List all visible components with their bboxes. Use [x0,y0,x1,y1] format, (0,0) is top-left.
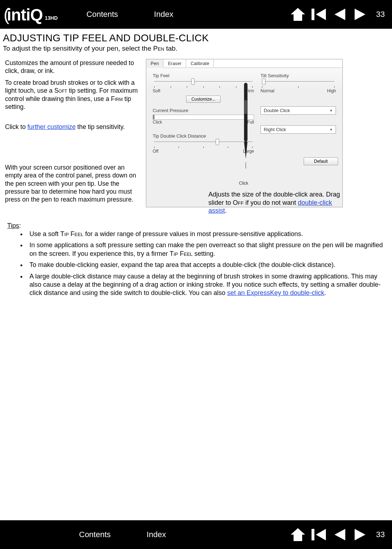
main-content: ADJUSTING TIP FEEL AND DOUBLE-CLICK To a… [0,29,392,297]
panel-tabs: Pen Eraser Calibrate [146,59,342,68]
nav-icons-footer: 33 [290,527,385,542]
product-logo: intiQ 13HD [4,5,58,24]
home-icon[interactable] [290,7,306,22]
tips-heading: Tips: [7,222,385,230]
default-button[interactable]: Default [304,157,338,165]
pen-settings-panel: Pen Eraser Calibrate Tip Feel Soft Firm [146,59,343,207]
desc-pressure-bar: With your screen cursor positioned over … [5,163,143,204]
chevron-down-icon: ▼ [329,109,333,112]
next-page-icon[interactable] [352,7,368,22]
svg-rect-1 [312,9,314,20]
desc-pressure-amount: Customizes the amount of pressure needed… [5,59,143,75]
customize-button[interactable]: Customize... [186,96,221,103]
svg-marker-6 [244,142,248,159]
tilt-high: High [327,88,336,93]
first-page-icon[interactable] [311,7,327,22]
home-icon[interactable] [290,527,306,542]
description-column: Customizes the amount of pressure needed… [3,59,143,207]
logo-sub: 13HD [45,15,58,21]
tilt-label: Tilt Sensitivity [260,73,336,78]
expresskey-link[interactable]: set an ExpressKey to double-click [227,289,324,296]
index-link[interactable]: Index [154,10,174,19]
tip-feel-slider[interactable] [153,80,254,88]
callout-double-click: Adjusts the size of the double-click are… [208,190,352,215]
svg-marker-11 [316,529,326,540]
dbl-click-dist-slider[interactable] [153,140,254,148]
page-title: ADJUSTING TIP FEEL AND DOUBLE-CLICK [3,32,392,44]
svg-marker-4 [355,9,365,20]
tilt-normal: Normal [260,88,275,93]
page-number: 33 [376,10,385,19]
current-pressure-bar [153,115,254,120]
tip-feel-label: Tip Feel [153,73,254,78]
tab-calibrate[interactable]: Calibrate [186,59,214,68]
prev-page-icon[interactable] [332,527,347,542]
top-nav-bar: intiQ 13HD Contents Index 33 [0,0,392,29]
svg-marker-0 [291,8,305,21]
svg-marker-12 [335,529,345,540]
svg-rect-10 [312,529,314,540]
tip-item: In some applications a soft pressure set… [27,241,385,258]
contents-link[interactable]: Contents [87,10,118,19]
pen-click-label: Click [239,181,248,186]
dbl-click-off: Off [153,149,158,154]
next-page-icon[interactable] [352,527,368,542]
tips-section: Tips: Use a soft Tip Feel for a wider ra… [3,222,392,297]
svg-marker-2 [316,9,326,20]
right-click-dropdown[interactable]: Right Click ▼ [260,125,336,134]
svg-marker-3 [335,9,345,20]
first-page-icon[interactable] [311,527,327,542]
tip-item: To make double-clicking easier, expand t… [27,261,385,269]
page-number-footer: 33 [376,530,385,539]
chevron-down-icon: ▼ [329,128,333,132]
further-customize-link[interactable]: further customize [27,123,75,130]
tab-pen[interactable]: Pen [146,59,163,68]
current-pressure-label: Current Pressure [153,108,254,113]
svg-rect-7 [244,100,247,114]
tab-eraser[interactable]: Eraser [163,59,186,68]
double-click-dropdown[interactable]: Double Click ▼ [260,106,336,115]
tip-item: A large double-click distance may cause … [27,272,385,297]
index-link-footer[interactable]: Index [147,530,166,539]
pen-illustration [240,79,252,169]
tilt-slider[interactable] [260,80,336,88]
tip-item: Use a soft Tip Feel for a wider range of… [27,230,385,238]
page-subtitle: To adjust the tip sensitivity of your pe… [3,45,392,52]
desc-customize-link: Click to further customize the tip sensi… [5,123,143,131]
bottom-nav-bar: Contents Index 33 [0,520,392,549]
prev-page-icon[interactable] [332,7,347,22]
tip-feel-soft: Soft [153,88,160,93]
svg-marker-13 [355,529,365,540]
desc-soft-firm: To create broad brush strokes or to clic… [5,79,143,111]
pressure-click: Click [153,120,162,125]
nav-icons: 33 [290,7,385,22]
contents-link-footer[interactable]: Contents [79,530,111,539]
svg-marker-9 [291,528,305,541]
logo-main: intiQ [4,5,43,24]
dbl-click-dist-label: Tip Double Click Distance [153,133,254,139]
